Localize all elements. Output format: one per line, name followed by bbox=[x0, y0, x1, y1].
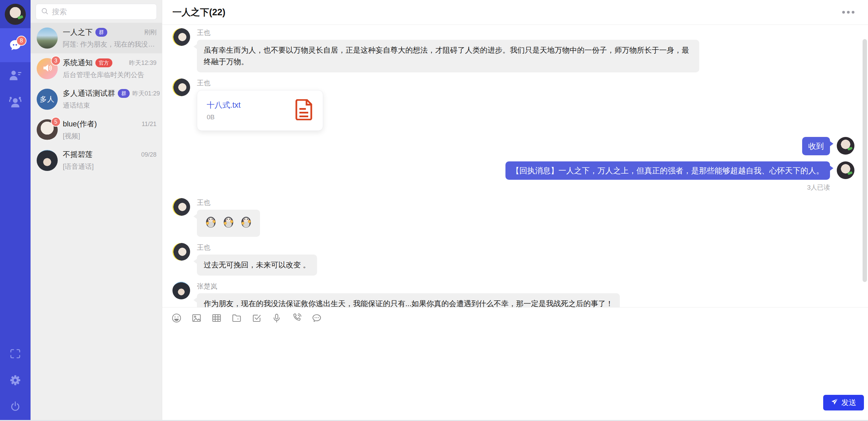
unread-badge: 5 bbox=[51, 117, 61, 127]
screenshot-icon[interactable] bbox=[251, 313, 262, 323]
conversation-name: 不摇碧莲 bbox=[63, 150, 93, 160]
rail-item-groups[interactable] bbox=[0, 89, 31, 115]
groups-icon bbox=[7, 95, 23, 109]
chat-history-icon[interactable] bbox=[311, 313, 322, 323]
folder-icon[interactable] bbox=[231, 313, 242, 323]
group-badge: 群 bbox=[118, 89, 130, 98]
message-bubble-outgoing[interactable]: 收到 bbox=[802, 137, 830, 155]
avatar[interactable] bbox=[837, 161, 854, 179]
conversation-preview: 通话结束 bbox=[63, 101, 156, 110]
avatar[interactable] bbox=[837, 137, 854, 155]
search-area bbox=[31, 0, 162, 23]
avatar[interactable] bbox=[172, 198, 190, 216]
sender-name: 王也 bbox=[197, 198, 260, 207]
message-row: 王也 bbox=[172, 198, 854, 237]
read-receipt[interactable]: 3人已读 bbox=[807, 183, 830, 192]
user-avatar[interactable] bbox=[5, 4, 26, 25]
rail-avatar-section bbox=[0, 0, 31, 28]
send-label: 发送 bbox=[842, 398, 856, 408]
sender-name: 张楚岚 bbox=[197, 282, 620, 291]
conversation-name: 系统通知 bbox=[63, 58, 93, 68]
mic-icon[interactable] bbox=[271, 313, 282, 323]
search-input[interactable] bbox=[52, 7, 152, 16]
message-row: 张楚岚 作为朋友，现在的我没法保证救你逃出生天，我能保证的只有...如果你真的会… bbox=[172, 282, 854, 307]
message-bubble-sticker[interactable] bbox=[197, 210, 260, 237]
txt-document-icon bbox=[295, 99, 313, 122]
penguin-sticker bbox=[239, 214, 253, 232]
message-row: 王也 过去无可挽回，未来可以改变 。 bbox=[172, 243, 854, 276]
penguin-sticker bbox=[221, 214, 236, 232]
rail-item-fullscreen[interactable] bbox=[0, 340, 31, 367]
list-item-conversation[interactable]: 3 系统通知 官方 昨天12:39 后台管理仓库临时关闭公告 bbox=[31, 53, 162, 84]
avatar: 多人 bbox=[37, 89, 58, 110]
conversation-time: 09/28 bbox=[138, 151, 156, 158]
rail-item-contacts[interactable] bbox=[0, 62, 31, 89]
speaker-icon bbox=[41, 62, 53, 75]
ellipsis-icon[interactable] bbox=[842, 8, 855, 16]
message-bubble-outgoing[interactable]: 【回执消息】一人之下，万人之上，但真正的强者，是那些能够超越自我、心怀天下的人。 bbox=[505, 161, 830, 180]
conversation-list-panel: 一人之下 群 刚刚 阿莲: 作为朋友，现在的我没法... 3 bbox=[31, 0, 162, 420]
message-bubble[interactable]: 过去无可挽回，未来可以改变 。 bbox=[197, 255, 317, 276]
fullscreen-icon bbox=[9, 348, 21, 360]
rail-item-settings[interactable] bbox=[0, 367, 31, 393]
paper-plane-icon bbox=[831, 398, 838, 407]
rail-item-power[interactable] bbox=[0, 393, 31, 420]
sender-name: 王也 bbox=[197, 78, 323, 88]
message-bubble[interactable]: 虽有幸生而为人，也不要以万物灵长自居，正是这种妄自尊大的想法，才阻碍了人类的进步… bbox=[197, 40, 699, 72]
file-size: 0B bbox=[207, 113, 295, 121]
phone-icon[interactable] bbox=[291, 313, 302, 323]
conversation-preview: [语音通话] bbox=[63, 162, 156, 171]
chat-unread-badge: 8 bbox=[16, 36, 26, 46]
conversation-list: 一人之下 群 刚刚 阿莲: 作为朋友，现在的我没法... 3 bbox=[31, 23, 162, 176]
conversation-preview: [视频] bbox=[63, 131, 156, 141]
conversation-preview: 后台管理仓库临时关闭公告 bbox=[63, 70, 156, 80]
video-icon[interactable] bbox=[211, 313, 222, 323]
conversation-name: 一人之下 bbox=[63, 27, 93, 37]
message-row: 收到 bbox=[172, 137, 854, 155]
avatar[interactable] bbox=[172, 78, 190, 96]
power-icon bbox=[9, 401, 21, 413]
avatar bbox=[37, 150, 58, 171]
conversation-time: 昨天01:29 bbox=[130, 89, 160, 98]
conversation-time: 昨天12:39 bbox=[126, 59, 156, 67]
chat-header: 一人之下(22) bbox=[162, 0, 868, 25]
search-icon bbox=[41, 7, 49, 17]
list-item-conversation[interactable]: 一人之下 群 刚刚 阿莲: 作为朋友，现在的我没法... bbox=[31, 23, 162, 53]
avatar[interactable] bbox=[172, 243, 190, 261]
list-item-conversation[interactable]: 不摇碧莲 09/28 [语音通话] bbox=[31, 145, 162, 176]
chat-title: 一人之下(22) bbox=[172, 6, 225, 18]
composer-toolbar bbox=[162, 307, 868, 328]
file-attachment-card[interactable]: 十八式.txt 0B bbox=[197, 90, 323, 131]
contacts-icon bbox=[8, 69, 23, 82]
official-badge: 官方 bbox=[95, 58, 112, 67]
sender-name: 王也 bbox=[197, 243, 317, 252]
settings-icon bbox=[9, 374, 22, 387]
send-button[interactable]: 发送 bbox=[823, 395, 864, 410]
avatar-text: 多人 bbox=[37, 89, 58, 110]
avatar[interactable] bbox=[172, 28, 190, 46]
unread-badge: 3 bbox=[51, 56, 61, 66]
conversation-name: 多人通话测试群 bbox=[63, 88, 115, 99]
avatar: 5 bbox=[37, 119, 58, 140]
message-area: 王也 虽有幸生而为人，也不要以万物灵长自居，正是这种妄自尊大的想法，才阻碍了人类… bbox=[162, 25, 868, 307]
message-row: 【回执消息】一人之下，万人之上，但真正的强者，是那些能够超越自我、心怀天下的人。… bbox=[172, 161, 854, 192]
list-item-conversation[interactable]: 多人 多人通话测试群 群 昨天01:29 通话结束 bbox=[31, 84, 162, 115]
rail-item-chats[interactable]: 8 bbox=[0, 28, 31, 62]
scrollbar[interactable] bbox=[863, 39, 867, 282]
message-row: 王也 十八式.txt 0B bbox=[172, 78, 854, 131]
file-name[interactable]: 十八式.txt bbox=[207, 100, 295, 110]
message-input-area[interactable]: 发送 bbox=[162, 328, 868, 420]
message-bubble[interactable]: 作为朋友，现在的我没法保证救你逃出生天，我能保证的只有...如果你真的会遭遇到什… bbox=[197, 293, 620, 307]
message-row: 王也 虽有幸生而为人，也不要以万物灵长自居，正是这种妄自尊大的想法，才阻碍了人类… bbox=[172, 28, 854, 72]
image-icon[interactable] bbox=[191, 313, 202, 323]
group-badge: 群 bbox=[95, 28, 107, 37]
chat-app-window: 8 bbox=[0, 0, 868, 421]
sender-name: 王也 bbox=[197, 28, 699, 37]
conversation-time: 刚刚 bbox=[142, 28, 156, 36]
emoji-icon[interactable] bbox=[171, 313, 182, 323]
conversation-name: blue(作者) bbox=[63, 119, 97, 129]
search-box[interactable] bbox=[36, 4, 157, 20]
list-item-conversation[interactable]: 5 blue(作者) 11/21 [视频] bbox=[31, 115, 162, 145]
nav-rail: 8 bbox=[0, 0, 31, 420]
avatar[interactable] bbox=[172, 282, 190, 299]
